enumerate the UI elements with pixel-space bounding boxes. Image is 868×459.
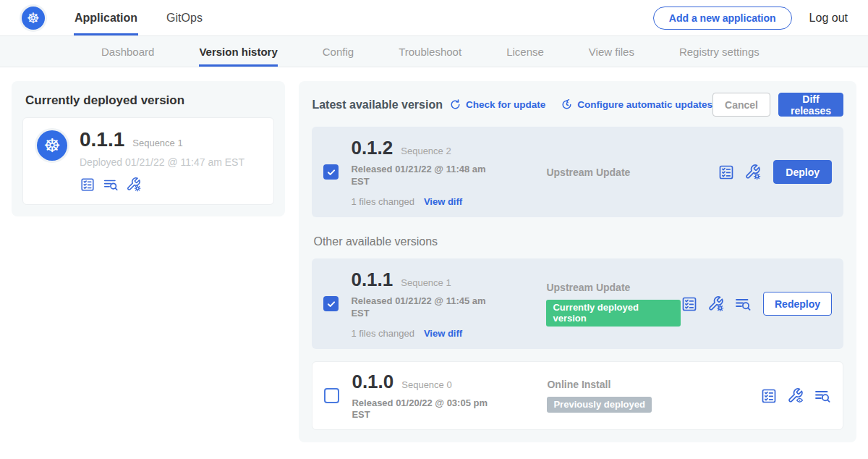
- release-row-0-1-1: 0.1.1 Sequence 1 Released 01/21/22 @ 11:…: [312, 258, 843, 349]
- version-info: 0.1.1 Sequence 1 Released 01/21/22 @ 11:…: [351, 269, 498, 339]
- latest-available-panel: Latest available version Check for updat…: [299, 81, 856, 442]
- configure-automatic-updates-link[interactable]: Configure automatic updates: [561, 98, 712, 111]
- tab-gitops[interactable]: GitOps: [166, 0, 203, 35]
- configure-automatic-updates-label: Configure automatic updates: [577, 99, 712, 110]
- version-number: 0.1.1: [351, 269, 393, 291]
- currently-deployed-badge: Currently deployed version: [546, 300, 681, 327]
- source-label: Upstream Update: [546, 167, 718, 178]
- current-version-actions: [80, 177, 244, 193]
- tab-application[interactable]: Application: [74, 0, 138, 35]
- release-checkbox[interactable]: [324, 388, 339, 403]
- deployed-timestamp: Deployed 01/21/22 @ 11:47 am EST: [80, 156, 244, 168]
- top-nav-tabs: Application GitOps: [74, 0, 231, 35]
- released-timestamp: Released 01/21/22 @ 11:48 am: [351, 164, 498, 175]
- main-content: Currently deployed version ☸ 0.1.1 Seque…: [0, 67, 868, 442]
- released-timezone: EST: [352, 409, 499, 421]
- version-info: 0.1.0 Sequence 0 Released 01/20/22 @ 03:…: [352, 371, 499, 421]
- release-source: Online Install Previously deployed: [499, 379, 760, 413]
- preflight-checks-icon[interactable]: [718, 164, 735, 181]
- released-timestamp: Released 01/20/22 @ 03:05 pm: [352, 397, 499, 409]
- subtab-troubleshoot[interactable]: Troubleshoot: [399, 36, 461, 67]
- current-version-number: 0.1.1: [80, 128, 124, 151]
- sequence-label: Sequence 0: [401, 379, 451, 390]
- checkmark-icon: [326, 299, 336, 309]
- auto-update-clock-icon: [561, 98, 573, 111]
- subtab-dashboard[interactable]: Dashboard: [101, 36, 154, 67]
- logs-icon[interactable]: [734, 295, 752, 313]
- preflight-checks-icon[interactable]: [681, 295, 698, 313]
- preflight-checks-icon[interactable]: [80, 177, 95, 193]
- preflight-checks-icon[interactable]: [760, 387, 778, 405]
- logs-icon[interactable]: [814, 387, 831, 405]
- edit-config-icon[interactable]: [126, 177, 142, 193]
- release-source: Upstream Update Currently deployed versi…: [498, 282, 681, 327]
- released-timezone: EST: [351, 308, 498, 319]
- current-sequence-label: Sequence 1: [132, 138, 182, 148]
- sequence-label: Sequence 2: [401, 146, 451, 156]
- release-actions: Deploy: [718, 160, 832, 184]
- edit-config-icon[interactable]: [707, 295, 725, 313]
- subtab-config[interactable]: Config: [323, 36, 354, 67]
- current-version-info: 0.1.1 Sequence 1 Deployed 01/21/22 @ 11:…: [80, 128, 244, 193]
- app-logo: ☸: [35, 128, 69, 163]
- checkmark-icon: [326, 167, 336, 177]
- cancel-button[interactable]: Cancel: [712, 93, 770, 117]
- files-changed-label: 1 files changed: [351, 196, 414, 207]
- release-row-0-1-0: 0.1.0 Sequence 0 Released 01/20/22 @ 03:…: [312, 361, 843, 430]
- diff-releases-button[interactable]: Diff releases: [778, 93, 843, 117]
- check-for-update-link[interactable]: Check for update: [449, 98, 545, 111]
- version-number: 0.1.0: [352, 371, 393, 393]
- release-row-0-1-2: 0.1.2 Sequence 2 Released 01/21/22 @ 11:…: [312, 127, 843, 217]
- view-config-icon[interactable]: [787, 387, 804, 405]
- deploy-button[interactable]: Deploy: [773, 160, 832, 184]
- version-info: 0.1.2 Sequence 2 Released 01/21/22 @ 11:…: [351, 137, 498, 207]
- kubernetes-helm-icon: ☸: [37, 130, 67, 161]
- app-sub-nav: Dashboard Version history Config Trouble…: [0, 36, 868, 67]
- current-version-card: ☸ 0.1.1 Sequence 1 Deployed 01/21/22 @ 1…: [22, 117, 274, 205]
- add-application-button[interactable]: Add a new application: [653, 7, 792, 30]
- release-actions: Redeploy: [681, 292, 832, 316]
- edit-config-icon[interactable]: [744, 164, 762, 181]
- currently-deployed-panel: Currently deployed version ☸ 0.1.1 Seque…: [12, 81, 285, 216]
- check-for-update-label: Check for update: [466, 99, 545, 110]
- latest-header: Latest available version Check for updat…: [312, 93, 843, 117]
- view-diff-link[interactable]: View diff: [424, 328, 462, 339]
- refresh-icon: [449, 98, 461, 111]
- redeploy-button[interactable]: Redeploy: [763, 292, 832, 316]
- released-timezone: EST: [351, 176, 498, 188]
- top-nav: ☸ Application GitOps Add a new applicati…: [0, 0, 868, 36]
- logout-button[interactable]: Log out: [809, 12, 848, 25]
- release-source: Upstream Update: [498, 167, 718, 178]
- release-checkbox[interactable]: [323, 296, 339, 311]
- logs-icon[interactable]: [103, 177, 119, 193]
- other-versions-title: Other available versions: [313, 235, 843, 248]
- kubernetes-helm-icon: ☸: [22, 7, 45, 30]
- latest-available-title: Latest available version: [312, 98, 443, 111]
- source-label: Online Install: [547, 379, 760, 390]
- subtab-license[interactable]: License: [506, 36, 544, 67]
- release-actions: [760, 387, 831, 405]
- files-changed-label: 1 files changed: [351, 328, 414, 339]
- previously-deployed-badge: Previously deployed: [547, 397, 651, 413]
- currently-deployed-title: Currently deployed version: [25, 93, 274, 108]
- released-timestamp: Released 01/21/22 @ 11:45 am: [351, 295, 498, 307]
- subtab-version-history[interactable]: Version history: [199, 36, 277, 67]
- view-diff-link[interactable]: View diff: [424, 196, 462, 207]
- subtab-registry-settings[interactable]: Registry settings: [679, 36, 760, 67]
- version-number: 0.1.2: [351, 137, 393, 159]
- subtab-view-files[interactable]: View files: [589, 36, 634, 67]
- release-checkbox[interactable]: [323, 164, 339, 180]
- kubernetes-logo: ☸: [20, 4, 47, 32]
- sequence-label: Sequence 1: [401, 277, 451, 288]
- top-nav-right: Add a new application Log out: [653, 7, 848, 30]
- source-label: Upstream Update: [546, 282, 681, 293]
